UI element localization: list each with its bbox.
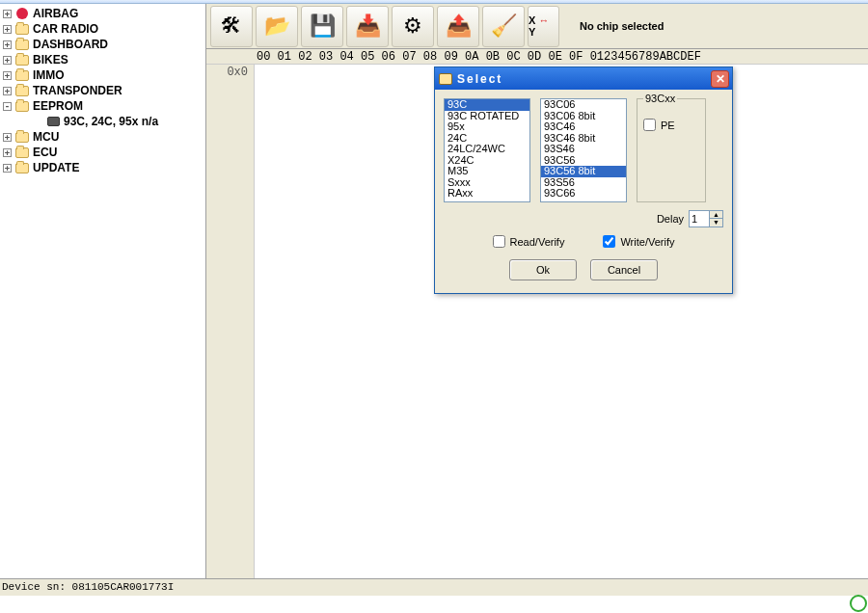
delay-up-button[interactable]: ▲ xyxy=(710,211,722,219)
chip-icon xyxy=(45,115,61,128)
ok-button[interactable]: Ok xyxy=(509,259,577,280)
pe-label: PE xyxy=(661,120,675,131)
tree-label: CAR RADIO xyxy=(33,21,98,37)
folder-icon xyxy=(14,146,30,159)
chip-erase-icon: 🧹 xyxy=(491,13,517,39)
tree-item-dashboard[interactable]: +DASHBOARD xyxy=(2,37,205,52)
close-icon: ✕ xyxy=(716,72,725,86)
chip-write-icon: 📤 xyxy=(446,13,472,39)
tree-expander-icon[interactable]: - xyxy=(3,102,12,111)
folder-icon xyxy=(14,84,30,97)
device-listbox[interactable]: 93C0693C06 8bit93C4693C46 8bit93S4693C56… xyxy=(540,98,627,202)
tree-item-ecu[interactable]: +ECU xyxy=(2,145,205,160)
dialog-titlebar[interactable]: Select ✕ xyxy=(435,67,732,90)
cancel-button[interactable]: Cancel xyxy=(590,259,658,280)
tree-expander-icon[interactable]: + xyxy=(3,25,12,34)
swap-xy-button[interactable]: X ↔ Y xyxy=(528,6,559,47)
open-button[interactable]: 📂 xyxy=(256,6,298,47)
write-verify-label: Write/Verify xyxy=(620,236,674,248)
pe-checkbox[interactable]: PE xyxy=(643,119,699,131)
toolbar: 🛠 📂 💾 📥 ⚙ 📤 🧹 X ↔ Y No chip selected xyxy=(206,4,868,49)
folder-icon xyxy=(14,22,30,36)
list-item[interactable]: 93S46 xyxy=(541,144,626,155)
chip-status: No chip selected xyxy=(580,20,664,32)
folder-icon xyxy=(14,68,30,82)
write-verify-checkbox[interactable]: Write/Verify xyxy=(603,235,674,248)
tree-item-immo[interactable]: +IMMO xyxy=(2,67,205,83)
read-verify-checkbox[interactable]: Read/Verify xyxy=(493,235,565,248)
tree-item-car-radio[interactable]: +CAR RADIO xyxy=(2,21,205,37)
tree-label: DASHBOARD xyxy=(33,37,108,52)
tree-expander-icon[interactable]: + xyxy=(3,87,12,95)
pin-icon xyxy=(14,7,30,20)
erase-chip-button[interactable]: 🧹 xyxy=(482,6,525,47)
chip-verify-icon: ⚙ xyxy=(403,13,422,39)
tree-label: 93C, 24C, 95x n/a xyxy=(64,114,158,129)
list-item[interactable]: M35 xyxy=(445,166,529,177)
write-verify-input[interactable] xyxy=(603,235,615,248)
tree-expander-icon[interactable]: + xyxy=(3,10,12,18)
read-verify-label: Read/Verify xyxy=(510,236,565,248)
list-item[interactable]: 93C56 8bit xyxy=(541,166,626,177)
address-gutter: 0x0 xyxy=(206,65,255,578)
tree-expander-icon[interactable]: + xyxy=(3,40,12,49)
tree-sidebar[interactable]: +AIRBAG+CAR RADIO+DASHBOARD+BIKES+IMMO+T… xyxy=(0,4,206,578)
list-item[interactable]: 24LC/24WC xyxy=(445,144,529,155)
list-item[interactable]: RAxx xyxy=(445,188,529,200)
tools-icon: 🛠 xyxy=(221,13,242,39)
tree-expander-icon[interactable]: + xyxy=(3,71,12,80)
write-chip-button[interactable]: 📤 xyxy=(437,6,479,47)
save-icon: 💾 xyxy=(310,13,336,39)
delay-down-button[interactable]: ▼ xyxy=(710,219,722,227)
tree-item-bikes[interactable]: +BIKES xyxy=(2,52,205,67)
list-item[interactable]: 93C66 xyxy=(541,188,626,200)
folder-icon xyxy=(14,53,30,67)
delay-input[interactable] xyxy=(689,210,710,227)
tree-expander-icon[interactable]: + xyxy=(3,133,12,142)
tree-item-child[interactable]: 93C, 24C, 95x n/a xyxy=(2,114,205,129)
select-dialog: Select ✕ 93C93C ROTATED95x24C24LC/24WCX2… xyxy=(434,67,733,294)
close-button[interactable]: ✕ xyxy=(711,70,729,88)
verify-chip-button[interactable]: ⚙ xyxy=(392,6,434,47)
list-item[interactable]: 95x xyxy=(445,121,529,133)
tree-label: TRANSPONDER xyxy=(33,83,122,98)
folder-icon xyxy=(14,161,30,174)
status-bar: Device sn: 081105CAR001773I xyxy=(0,578,868,596)
tree-item-mcu[interactable]: +MCU xyxy=(2,129,205,145)
tree-label: AIRBAG xyxy=(33,6,78,21)
folder-icon xyxy=(439,73,452,85)
folder-icon xyxy=(14,38,30,51)
tree-expander-icon[interactable]: + xyxy=(3,164,12,173)
tree-label: MCU xyxy=(33,129,59,145)
pe-checkbox-input[interactable] xyxy=(643,119,656,131)
swap-xy-label: X ↔ Y xyxy=(529,14,558,38)
tree-label: BIKES xyxy=(33,52,68,67)
family-listbox[interactable]: 93C93C ROTATED95x24C24LC/24WCX24CM35Sxxx… xyxy=(444,98,530,202)
tools-button[interactable]: 🛠 xyxy=(210,6,253,47)
list-item[interactable]: 93C xyxy=(445,99,529,111)
dialog-title: Select xyxy=(457,72,711,86)
folder-open-icon: 📂 xyxy=(264,13,290,39)
tree-expander-icon[interactable]: + xyxy=(3,56,12,65)
tree-item-update[interactable]: +UPDATE xyxy=(2,160,205,175)
tree-expander-blank xyxy=(34,118,42,126)
tree-item-eeprom[interactable]: -EEPROM xyxy=(2,98,205,114)
folder-icon xyxy=(14,99,30,113)
save-button[interactable]: 💾 xyxy=(301,6,343,47)
read-verify-input[interactable] xyxy=(493,235,505,248)
list-item[interactable]: 93C46 xyxy=(541,121,626,133)
read-chip-button[interactable]: 📥 xyxy=(346,6,389,47)
tree-item-transponder[interactable]: +TRANSPONDER xyxy=(2,83,205,98)
folder-icon xyxy=(14,130,30,144)
list-item[interactable]: 93C06 xyxy=(541,99,626,111)
tree-expander-icon[interactable]: + xyxy=(3,148,12,157)
hex-header: 00 01 02 03 04 05 06 07 08 09 0A 0B 0C 0… xyxy=(206,49,868,65)
options-group: 93Cxx PE xyxy=(637,98,706,202)
tree-item-airbag[interactable]: +AIRBAG xyxy=(2,6,205,21)
delay-label: Delay xyxy=(657,213,684,225)
tree-label: IMMO xyxy=(33,67,65,83)
group-label: 93Cxx xyxy=(643,93,677,104)
tree-label: UPDATE xyxy=(33,160,79,175)
tree-label: EEPROM xyxy=(33,98,83,114)
chip-read-icon: 📥 xyxy=(355,13,381,39)
